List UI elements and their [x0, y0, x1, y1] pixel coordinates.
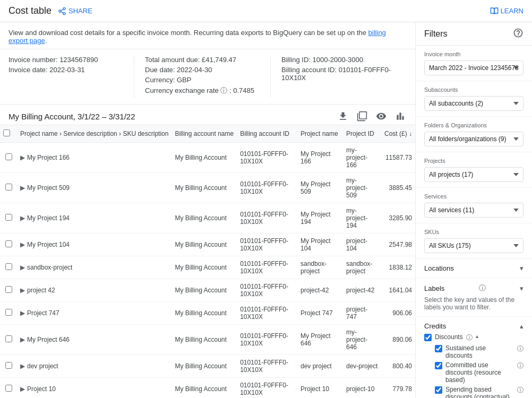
locations-section: Locations	[416, 259, 532, 278]
row-project: project-42	[297, 279, 343, 302]
top-header: Cost table SHARE LEARN	[0, 0, 532, 22]
row-checkbox[interactable]	[5, 214, 12, 221]
discounts-help-icon[interactable]: ⓘ	[466, 333, 473, 342]
total-due-row: Total amount due: £41,749.47	[145, 56, 270, 64]
row-project-id: my-project-166	[343, 143, 381, 173]
table-row: ▶dev project My Billing Account 010101-F…	[0, 355, 415, 378]
row-checkbox[interactable]	[5, 309, 12, 316]
download-icon[interactable]	[337, 110, 349, 123]
row-project-name: ▶My Project 646	[17, 325, 171, 355]
row-cost: 11587.73	[381, 143, 415, 173]
row-checkbox[interactable]	[5, 286, 12, 293]
row-billing-account: My Billing Account	[171, 325, 237, 355]
row-checkbox-cell	[0, 233, 17, 256]
row-billing-account: My Billing Account	[171, 355, 237, 378]
labels-header[interactable]: Labels ⓘ	[424, 283, 524, 293]
expand-icon[interactable]: ▶	[20, 154, 25, 161]
col-project-name: Project name › Service description › SKU…	[17, 125, 171, 143]
row-cost: 1838.12	[381, 256, 415, 279]
share-icon	[58, 7, 66, 15]
projects-select[interactable]: All projects (17)	[424, 167, 524, 182]
row-checkbox[interactable]	[5, 153, 12, 160]
skus-select[interactable]: All SKUs (175)	[424, 238, 524, 253]
credits-title: Credits	[424, 322, 446, 330]
projects-filter: Projects All projects (17)	[416, 152, 532, 188]
col-billing-account: Billing account name	[171, 125, 237, 143]
row-project: My Project 509	[297, 173, 343, 203]
invoice-month-label: Invoice month	[424, 51, 524, 57]
collapse-sidebar-icon[interactable]	[513, 28, 524, 40]
services-select[interactable]: All services (11)	[424, 203, 524, 218]
row-project-name: ▶Project 747	[17, 302, 171, 325]
expand-icon[interactable]: ▶	[20, 264, 25, 271]
expand-icon[interactable]: ▶	[20, 385, 25, 393]
expand-icon[interactable]: ▶	[20, 287, 25, 294]
row-cost: 800.40	[381, 355, 415, 378]
share-button[interactable]: SHARE	[58, 7, 92, 15]
spending-checkbox[interactable]	[435, 386, 442, 394]
select-all-checkbox[interactable]	[3, 129, 10, 136]
row-project: My Project 646	[297, 325, 343, 355]
col-billing-id: Billing account ID	[237, 125, 297, 143]
table-row: ▶My Project 166 My Billing Account 01010…	[0, 143, 415, 173]
labels-desc: Select the key and values of the labels …	[424, 296, 524, 311]
table-title: My Billing Account, 3/1/22 – 3/31/22	[8, 112, 135, 121]
row-billing-account: My Billing Account	[171, 279, 237, 302]
row-billing-account: My Billing Account	[171, 143, 237, 173]
row-project-id: my-project-646	[343, 325, 381, 355]
row-checkbox[interactable]	[5, 240, 12, 247]
invoice-month-select[interactable]: March 2022 - Invoice 1234567890	[424, 60, 524, 75]
row-project-name: ▶My Project 104	[17, 233, 171, 256]
row-project-id: project-42	[343, 279, 381, 302]
spending-help-icon[interactable]: ⓘ	[517, 386, 524, 395]
col-cost[interactable]: Cost (£) ↓	[381, 125, 415, 143]
row-checkbox[interactable]	[5, 335, 12, 342]
table-header: Project name › Service description › SKU…	[0, 125, 415, 143]
labels-help-icon[interactable]: ⓘ	[479, 283, 486, 293]
row-billing-id: 010101-F0FFF0-10X10X	[237, 256, 297, 279]
table-row: ▶My Project 646 My Billing Account 01010…	[0, 325, 415, 355]
credit-subs: Sustained use discounts ⓘ Committed use …	[435, 344, 524, 398]
row-project: My Project 104	[297, 233, 343, 256]
discounts-checkbox[interactable]	[424, 334, 432, 341]
row-cost: 1641.04	[381, 279, 415, 302]
folders-filter: Folders & Organizations All folders/orga…	[416, 117, 532, 152]
row-checkbox[interactable]	[5, 362, 12, 369]
row-billing-id: 010101-F0FFF0-10X10X	[237, 355, 297, 378]
row-project-name: ▶My Project 166	[17, 143, 171, 173]
expand-icon[interactable]: ▶	[20, 184, 25, 192]
expand-icon[interactable]: ▶	[20, 336, 25, 343]
expand-icon[interactable]: ▶	[20, 309, 25, 317]
folders-select[interactable]: All folders/organizations (9)	[424, 132, 524, 146]
row-checkbox[interactable]	[5, 184, 12, 191]
columns-icon[interactable]	[356, 110, 368, 123]
committed-checkbox[interactable]	[435, 362, 442, 369]
learn-button[interactable]: LEARN	[490, 7, 524, 15]
committed-help-icon[interactable]: ⓘ	[517, 361, 524, 370]
row-billing-id: 010101-F0FFF0-10X10X	[237, 378, 297, 399]
invoice-col-2: Total amount due: £41,749.47 Due date: 2…	[134, 56, 270, 98]
row-billing-account: My Billing Account	[171, 233, 237, 256]
sustained-help-icon[interactable]: ⓘ	[517, 344, 524, 353]
row-project-id: my-project-194	[343, 203, 381, 233]
sustained-checkbox[interactable]	[435, 345, 442, 352]
spending-item: Spending based discounts (contractual) ⓘ	[435, 386, 524, 398]
row-project: Project 747	[297, 302, 343, 325]
row-billing-id: 010101-F0FFF0-10X10X	[237, 302, 297, 325]
locations-header[interactable]: Locations	[424, 264, 524, 272]
row-project-name: ▶My Project 509	[17, 173, 171, 203]
credits-header[interactable]: Credits	[424, 322, 524, 330]
exchange-help-icon[interactable]: ⓘ	[220, 86, 227, 94]
subaccounts-select[interactable]: All subaccounts (2)	[424, 96, 524, 111]
row-cost: 779.78	[381, 378, 415, 399]
chart-icon[interactable]	[394, 110, 407, 123]
expand-icon[interactable]: ▶	[20, 241, 25, 248]
table-row: ▶sandbox-project My Billing Account 0101…	[0, 256, 415, 279]
expand-icon[interactable]: ▶	[20, 362, 25, 370]
invoice-month-filter: Invoice month March 2022 - Invoice 12345…	[416, 46, 532, 81]
visibility-icon[interactable]	[375, 110, 388, 123]
committed-item: Committed use discounts (resource based)…	[435, 361, 524, 384]
row-checkbox[interactable]	[5, 385, 12, 392]
row-checkbox[interactable]	[5, 263, 12, 270]
expand-icon[interactable]: ▶	[20, 214, 25, 222]
